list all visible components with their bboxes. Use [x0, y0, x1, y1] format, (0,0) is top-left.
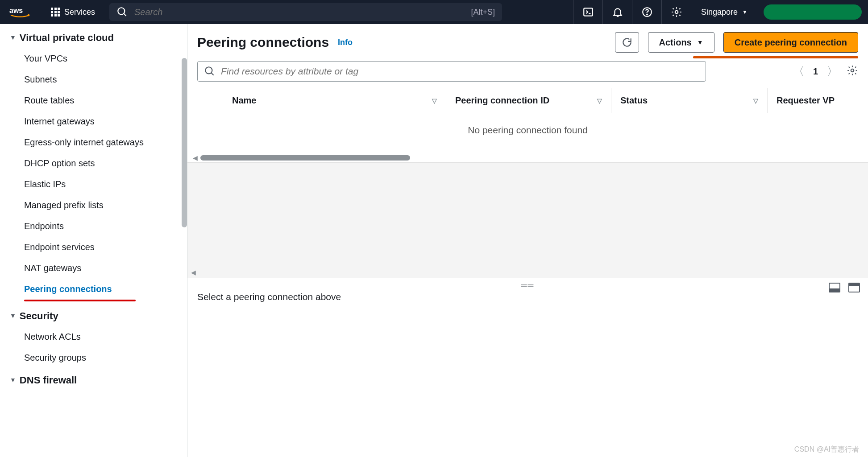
- bell-icon: [612, 6, 623, 18]
- column-requester-vpc[interactable]: Requester VP: [768, 88, 868, 113]
- create-label: Create peering connection: [735, 37, 847, 48]
- filter-row: 〈 1 〉: [187, 58, 868, 88]
- sidebar-item-nat-gateways[interactable]: NAT gateways: [0, 258, 187, 279]
- actions-button[interactable]: Actions ▼: [648, 32, 714, 53]
- view-bottom-icon[interactable]: [829, 283, 840, 292]
- sidebar-head-dns-firewall[interactable]: ▼ DNS firewall: [0, 368, 187, 391]
- sidebar-group-label: Security: [20, 310, 58, 322]
- search-input[interactable]: [134, 7, 465, 17]
- page-header: Peering connections Info Actions ▼ Creat…: [187, 24, 868, 55]
- sort-icon[interactable]: ▽: [753, 97, 758, 104]
- cloudshell-button[interactable]: [573, 0, 602, 24]
- scroll-thumb[interactable]: [200, 155, 410, 161]
- column-select-all[interactable]: [187, 88, 223, 113]
- help-button[interactable]: [632, 0, 661, 24]
- search-shortcut: [Alt+S]: [471, 8, 495, 17]
- top-nav: aws Services [Alt+S] Singapore ▼: [0, 0, 868, 24]
- svg-line-2: [124, 13, 126, 16]
- svg-point-11: [851, 69, 854, 72]
- table: Name▽ Peering connection ID▽ Status▽ Req…: [187, 88, 868, 162]
- gear-icon: [671, 6, 682, 18]
- caret-down-icon: ▼: [697, 39, 703, 46]
- help-icon: [641, 6, 653, 18]
- topnav-right: Singapore ▼: [573, 0, 868, 24]
- search-icon: [204, 66, 216, 77]
- prev-page-button[interactable]: 〈: [793, 64, 804, 78]
- sidebar-item-endpoints[interactable]: Endpoints: [0, 216, 187, 237]
- sort-icon[interactable]: ▽: [432, 97, 437, 104]
- details-empty-message: Select a peering connection above: [197, 292, 858, 302]
- info-link[interactable]: Info: [338, 38, 353, 47]
- main-content: Peering connections Info Actions ▼ Creat…: [187, 24, 868, 457]
- account-menu[interactable]: [764, 4, 862, 20]
- sort-icon[interactable]: ▽: [597, 97, 602, 104]
- sidebar-item-internet-gateways[interactable]: Internet gateways: [0, 111, 187, 132]
- sidebar-item-subnets[interactable]: Subnets: [0, 69, 187, 90]
- sidebar-group-dns-firewall: ▼ DNS firewall: [0, 368, 187, 391]
- region-label: Singapore: [701, 8, 738, 17]
- sidebar-group-label: Virtual private cloud: [20, 32, 114, 44]
- services-button[interactable]: Services: [40, 0, 106, 24]
- create-peering-connection-button[interactable]: Create peering connection: [723, 32, 858, 53]
- gear-icon: [847, 65, 858, 76]
- page-number: 1: [813, 66, 818, 77]
- sidebar-head-security[interactable]: ▼ Security: [0, 304, 187, 326]
- caret-down-icon: ▼: [10, 376, 16, 383]
- caret-down-icon: ▼: [742, 9, 748, 15]
- details-panel: ══ Select a peering connection above: [187, 278, 868, 457]
- global-search[interactable]: [Alt+S]: [109, 3, 502, 21]
- filter-input[interactable]: [221, 66, 699, 77]
- sidebar-item-network-acls[interactable]: Network ACLs: [0, 326, 187, 347]
- column-label: Peering connection ID: [455, 95, 549, 106]
- sidebar-item-peering-connections[interactable]: Peering connections: [0, 279, 187, 300]
- svg-point-1: [118, 8, 125, 14]
- actions-label: Actions: [659, 37, 692, 48]
- scroll-left-icon[interactable]: ◀: [191, 269, 196, 276]
- aws-logo[interactable]: aws: [0, 0, 40, 24]
- sidebar-head-vpc[interactable]: ▼ Virtual private cloud: [0, 26, 187, 48]
- refresh-button[interactable]: [615, 32, 639, 53]
- column-label: Status: [620, 95, 648, 106]
- column-label: Name: [232, 95, 256, 106]
- scroll-left-icon[interactable]: ◀: [193, 154, 198, 161]
- pager: 〈 1 〉: [793, 64, 858, 78]
- sidebar-item-endpoint-services[interactable]: Endpoint services: [0, 237, 187, 258]
- sidebar-item-managed-prefix-lists[interactable]: Managed prefix lists: [0, 195, 187, 216]
- settings-button[interactable]: [661, 0, 691, 24]
- svg-line-10: [211, 73, 213, 75]
- panel-resize-handle[interactable]: ══: [521, 281, 535, 290]
- svg-text:aws: aws: [9, 7, 23, 14]
- column-status[interactable]: Status▽: [611, 88, 768, 113]
- watermark: CSDN @AI普惠行者: [794, 445, 859, 454]
- sidebar-item-dhcp-option-sets[interactable]: DHCP option sets: [0, 153, 187, 174]
- svg-point-9: [205, 67, 212, 74]
- view-top-icon[interactable]: [848, 283, 860, 292]
- column-name[interactable]: Name▽: [223, 88, 446, 113]
- region-selector[interactable]: Singapore ▼: [691, 0, 757, 24]
- cloudshell-icon: [582, 6, 594, 18]
- svg-point-7: [647, 14, 648, 15]
- notifications-button[interactable]: [602, 0, 632, 24]
- services-label: Services: [64, 8, 95, 17]
- next-page-button[interactable]: 〉: [827, 64, 838, 78]
- sidebar-item-elastic-ips[interactable]: Elastic IPs: [0, 174, 187, 195]
- sidebar-group-label: DNS firewall: [20, 375, 77, 386]
- column-peering-id[interactable]: Peering connection ID▽: [446, 88, 611, 113]
- filter-box[interactable]: [197, 61, 706, 82]
- table-settings-button[interactable]: [847, 65, 858, 78]
- sidebar-item-route-tables[interactable]: Route tables: [0, 90, 187, 111]
- grid-icon: [51, 8, 60, 16]
- sidebar-scrollbar[interactable]: [182, 58, 187, 227]
- table-empty-message: No peering connection found: [187, 113, 868, 153]
- search-icon: [116, 6, 128, 18]
- sidebar-item-security-groups[interactable]: Security groups: [0, 347, 187, 368]
- sidebar-item-egress-only-gateways[interactable]: Egress-only internet gateways: [0, 132, 187, 153]
- refresh-icon: [621, 37, 633, 48]
- caret-down-icon: ▼: [10, 312, 16, 319]
- caret-down-icon: ▼: [10, 34, 16, 41]
- page-title: Peering connections: [197, 35, 329, 50]
- table-header: Name▽ Peering connection ID▽ Status▽ Req…: [187, 88, 868, 113]
- horizontal-scrollbar[interactable]: ◀: [187, 153, 868, 162]
- sidebar-group-security: ▼ Security Network ACLs Security groups: [0, 304, 187, 368]
- sidebar-item-your-vpcs[interactable]: Your VPCs: [0, 48, 187, 69]
